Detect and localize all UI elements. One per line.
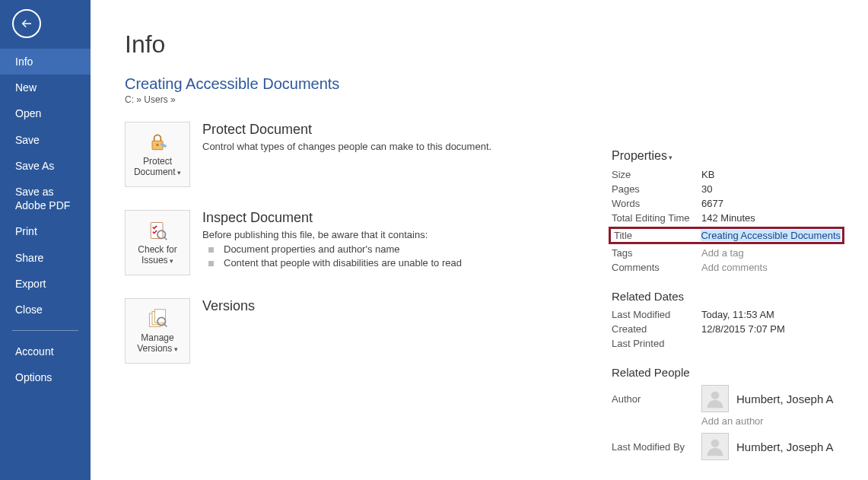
person-icon (704, 388, 726, 409)
versions-icon (146, 308, 169, 329)
backstage-sidebar: Info New Open Save Save As Save as Adobe… (0, 0, 91, 480)
nav-account[interactable]: Account (0, 339, 91, 364)
document-title: Creating Accessible Documents (125, 75, 596, 93)
versions-section: Manage Versions Versions (125, 298, 596, 364)
page-title: Info (125, 30, 596, 59)
protect-tile-label: Protect Document (134, 156, 176, 177)
arrow-left-icon (20, 17, 33, 30)
prop-words: Words 6677 (612, 198, 840, 209)
svg-line-11 (164, 324, 167, 327)
last-modified-by-row: Last Modified By Humbert, Joseph A (612, 433, 840, 460)
prop-size-label: Size (612, 169, 701, 180)
prop-created-label: Created (612, 323, 701, 335)
prop-size-value: KB (701, 169, 840, 180)
prop-pages-label: Pages (612, 183, 701, 195)
main-area: Info Creating Accessible Documents C: » … (91, 0, 868, 480)
prop-created: Created 12/8/2015 7:07 PM (612, 323, 840, 335)
author-label: Author (612, 393, 701, 405)
chevron-down-icon (667, 149, 673, 162)
prop-last-modified-value: Today, 11:53 AM (701, 309, 840, 320)
prop-editing-time: Total Editing Time 142 Minutes (612, 212, 840, 224)
properties-heading-label: Properties (612, 149, 667, 162)
prop-comments: Comments Add comments (612, 262, 840, 273)
nav-export[interactable]: Export (0, 271, 91, 297)
nav-separator (12, 330, 78, 331)
properties-heading[interactable]: Properties (612, 149, 840, 163)
prop-tags: Tags Add a tag (612, 247, 840, 259)
prop-title-value[interactable]: Creating Accessible Documents (701, 230, 841, 241)
prop-tags-value[interactable]: Add a tag (701, 247, 840, 259)
last-modified-by-label: Last Modified By (612, 441, 701, 453)
versions-heading: Versions (202, 298, 255, 314)
prop-last-modified-label: Last Modified (612, 309, 701, 320)
prop-editing-label: Total Editing Time (612, 212, 701, 224)
person-icon (704, 436, 726, 457)
prop-pages: Pages 30 (612, 183, 840, 195)
prop-editing-value: 142 Minutes (701, 212, 840, 224)
content-column: Info Creating Accessible Documents C: » … (125, 30, 596, 480)
nav-new[interactable]: New (0, 75, 91, 100)
add-author[interactable]: Add an author (701, 415, 840, 427)
prop-comments-label: Comments (612, 262, 701, 273)
last-modified-by-name[interactable]: Humbert, Joseph A (736, 440, 834, 453)
related-dates-heading: Related Dates (612, 290, 840, 303)
svg-rect-9 (155, 309, 166, 323)
protect-section: Protect Document Protect Document Contro… (125, 122, 596, 187)
nav-options[interactable]: Options (0, 364, 91, 390)
versions-tile-label: Manage Versions (137, 332, 173, 354)
prop-words-label: Words (612, 198, 701, 209)
protect-text: Control what types of changes people can… (202, 141, 491, 152)
protect-heading: Protect Document (202, 122, 491, 138)
inspect-heading: Inspect Document (202, 210, 462, 226)
prop-last-printed: Last Printed (612, 338, 840, 349)
nav-open[interactable]: Open (0, 100, 91, 126)
inspect-bullets: Document properties and author's name Co… (202, 243, 462, 269)
nav-save-as[interactable]: Save As (0, 153, 91, 179)
inspect-text: Before publishing this file, be aware th… (202, 229, 462, 240)
prop-comments-value[interactable]: Add comments (701, 262, 840, 273)
inspect-section: Check for Issues Inspect Document Before… (125, 210, 596, 275)
svg-point-12 (711, 391, 720, 399)
document-path: C: » Users » (125, 94, 596, 105)
prop-size: Size KB (612, 169, 840, 180)
prop-pages-value: 30 (701, 183, 840, 195)
check-issues-button[interactable]: Check for Issues (125, 210, 190, 275)
nav-share[interactable]: Share (0, 245, 91, 271)
inspect-bullet: Content that people with disabilities ar… (208, 257, 462, 269)
prop-created-value: 12/8/2015 7:07 PM (701, 323, 840, 335)
chevron-down-icon (172, 343, 178, 354)
svg-line-6 (164, 237, 167, 240)
prop-last-modified: Last Modified Today, 11:53 AM (612, 309, 840, 320)
lock-icon (146, 132, 169, 153)
chevron-down-icon (176, 167, 182, 177)
protect-document-button[interactable]: Protect Document (125, 122, 190, 187)
nav-save-adobe-pdf[interactable]: Save as Adobe PDF (0, 179, 91, 218)
nav-close[interactable]: Close (0, 297, 91, 323)
prop-words-value: 6677 (701, 198, 840, 209)
author-row: Author Humbert, Joseph A (612, 385, 840, 412)
avatar (701, 385, 729, 412)
author-name[interactable]: Humbert, Joseph A (736, 393, 834, 405)
manage-versions-button[interactable]: Manage Versions (125, 298, 190, 364)
prop-tags-label: Tags (612, 247, 701, 259)
prop-title: Title Creating Accessible Documents (609, 227, 844, 244)
svg-point-13 (711, 439, 720, 447)
avatar (701, 433, 729, 460)
nav-print[interactable]: Print (0, 218, 91, 244)
svg-point-2 (156, 143, 159, 146)
related-people-heading: Related People (612, 366, 840, 379)
prop-last-printed-label: Last Printed (612, 338, 701, 349)
inspect-bullet: Document properties and author's name (208, 243, 462, 255)
prop-title-label: Title (612, 230, 701, 241)
checklist-icon (146, 220, 169, 241)
back-button[interactable] (12, 9, 41, 38)
nav-info[interactable]: Info (0, 49, 91, 75)
nav-save[interactable]: Save (0, 127, 91, 153)
properties-panel: Properties Size KB Pages 30 Words 6677 T… (612, 30, 840, 480)
chevron-down-icon (168, 255, 174, 265)
